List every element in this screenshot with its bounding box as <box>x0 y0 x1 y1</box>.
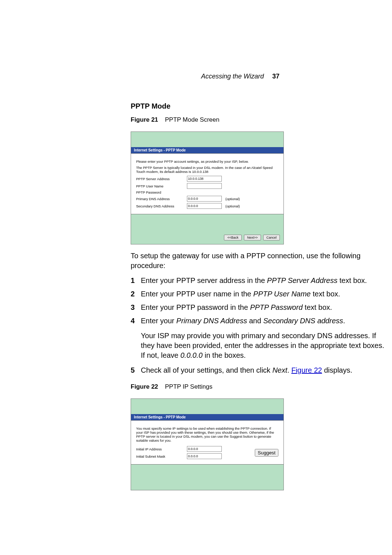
content-column: PPTP Mode Figure 21 PPTP Mode Screen Int… <box>131 102 385 490</box>
hint-sdns: (optional) <box>225 204 240 208</box>
input-sdns[interactable] <box>187 203 222 209</box>
row-server: PPTP Server Address <box>136 176 278 182</box>
step-text: text box. <box>338 276 367 284</box>
figure21-intro2: The PPTP Server is typically located in … <box>136 166 278 174</box>
step-text: text box. <box>311 290 340 298</box>
step-4: 4 Enter your Primary DNS Address and Sec… <box>131 316 385 360</box>
input-pdns[interactable] <box>187 196 222 202</box>
step-number: 1 <box>131 276 135 285</box>
step-text: . <box>343 317 345 325</box>
suggest-area: Suggest <box>255 445 278 461</box>
step-text: text box. <box>303 303 332 311</box>
row-mask: Initial Subnet Mask <box>136 453 255 459</box>
figure21-panel: Please enter your PPTP account settings,… <box>131 153 283 214</box>
input-mask[interactable] <box>187 453 222 459</box>
step-emph: PPTP User Name <box>253 290 311 298</box>
step-4-para: Your ISP may provide you with primary an… <box>141 331 385 360</box>
step-emph: Secondary DNS address <box>263 317 343 325</box>
label-mask: Initial Subnet Mask <box>136 454 187 458</box>
step-text: in the boxes. <box>203 351 246 359</box>
window-padding <box>131 399 283 414</box>
step-emph: PPTP Password <box>250 303 303 311</box>
step-text: Enter your PPTP server address in the <box>141 276 267 284</box>
input-server[interactable] <box>187 176 222 182</box>
row-sdns: Secondary DNS Address (optional) <box>136 203 278 209</box>
step-number: 4 <box>131 316 135 326</box>
step-1: 1 Enter your PPTP server address in the … <box>131 276 385 285</box>
row-user: PPTP User Name <box>136 183 278 189</box>
figure22-panel: You must specify some IP settings to be … <box>131 420 283 465</box>
step-text: Check all of your settings, and then cli… <box>141 366 272 374</box>
label-sdns: Secondary DNS Address <box>136 204 187 208</box>
label-pdns: Primary DNS Address <box>136 197 187 201</box>
step-number: 2 <box>131 289 135 299</box>
label-password: PPTP Password <box>136 190 187 194</box>
input-ip[interactable] <box>187 446 222 452</box>
window-padding <box>131 465 283 490</box>
step-emph: 0.0.0.0 <box>180 351 203 359</box>
input-user[interactable] <box>187 183 222 189</box>
figure22-fields-block: Initial IP Address Initial Subnet Mask S… <box>136 445 278 461</box>
row-password: PPTP Password <box>136 190 278 194</box>
running-header: Accessing the Wizard 37 <box>22 73 370 80</box>
step-text: . <box>287 366 291 374</box>
step-text: Enter your PPTP password in the <box>141 303 250 311</box>
step-5: 5 Check all of your settings, and then c… <box>131 365 385 375</box>
window-padding <box>131 132 283 147</box>
header-page-number: 37 <box>272 73 279 80</box>
figure22-label: Figure 22 <box>131 383 158 390</box>
step-text: and <box>247 317 263 325</box>
header-section: Accessing the Wizard <box>201 73 264 80</box>
step-text: Enter your PPTP user name in the <box>141 290 253 298</box>
step-number: 3 <box>131 303 135 312</box>
hint-pdns: (optional) <box>225 197 240 201</box>
figure22-text: PPTP IP Settings <box>165 383 213 390</box>
cancel-button[interactable]: Cancel <box>263 235 280 240</box>
step-2: 2 Enter your PPTP user name in the PPTP … <box>131 289 385 299</box>
step-3: 3 Enter your PPTP password in the PPTP P… <box>131 303 385 312</box>
back-button[interactable]: <<Back <box>224 235 242 240</box>
next-button[interactable]: Next>> <box>244 235 261 240</box>
figure22-caption: Figure 22 PPTP IP Settings <box>131 383 385 390</box>
figure22-fields: Initial IP Address Initial Subnet Mask <box>136 445 255 461</box>
step-number: 5 <box>131 365 135 375</box>
step-emph: PPTP Server Address <box>267 276 338 284</box>
body-after-fig21: To setup the gateway for use with a PPTP… <box>131 251 385 271</box>
step-emph: Next <box>272 366 287 374</box>
figure21-caption: Figure 21 PPTP Mode Screen <box>131 116 385 123</box>
figure21-titlebar: Internet Settings - PPTP Mode <box>131 147 283 153</box>
row-pdns: Primary DNS Address (optional) <box>136 196 278 202</box>
label-user: PPTP User Name <box>136 184 187 188</box>
window-padding <box>131 214 283 232</box>
label-ip: Initial IP Address <box>136 447 187 451</box>
row-ip: Initial IP Address <box>136 446 255 452</box>
label-server: PPTP Server Address <box>136 177 187 181</box>
figure21-text: PPTP Mode Screen <box>165 116 220 123</box>
figure22-intro: You must specify some IP settings to be … <box>136 426 278 442</box>
suggest-button[interactable]: Suggest <box>255 449 278 457</box>
step-text: displays. <box>322 366 352 374</box>
procedure-list: 1 Enter your PPTP server address in the … <box>131 276 385 375</box>
step-text: Your ISP may provide you with primary an… <box>141 332 384 359</box>
document-page: Accessing the Wizard 37 PPTP Mode Figure… <box>0 0 392 519</box>
section-title: PPTP Mode <box>131 102 385 110</box>
figure21-buttons: <<Back Next>> Cancel <box>131 232 283 244</box>
step-emph: Primary DNS Address <box>176 317 247 325</box>
figure21-window: Internet Settings - PPTP Mode Please ent… <box>131 131 284 244</box>
step-text: Enter your <box>141 317 176 325</box>
figure22-link[interactable]: Figure 22 <box>291 366 322 374</box>
figure22-titlebar: Internet Settings - PPTP Mode <box>131 414 283 420</box>
figure22-window: Internet Settings - PPTP Mode You must s… <box>131 398 284 490</box>
figure21-label: Figure 21 <box>131 116 158 123</box>
figure21-intro1: Please enter your PPTP account settings,… <box>136 159 278 163</box>
